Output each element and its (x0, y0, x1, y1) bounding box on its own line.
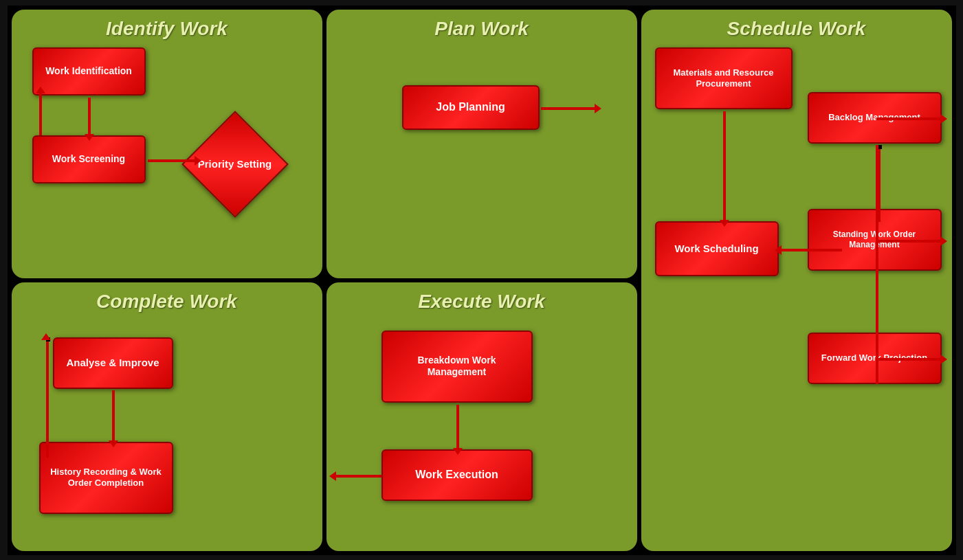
schedule-work-title: Schedule Work (650, 18, 944, 40)
materials-procurement-box[interactable]: Materials and Resource Procurement (655, 47, 793, 109)
arrow-materials-to-scheduling (723, 111, 726, 221)
work-identification-box[interactable]: Work Identification (32, 47, 146, 96)
arrow-feedback-up (39, 92, 42, 135)
arrow-connector-to-backlog (876, 117, 942, 120)
work-screening-box[interactable]: Work Screening (32, 135, 146, 183)
arrow-connector-to-forward (876, 358, 942, 361)
arrow-id-to-screening (88, 98, 91, 135)
arrow-analyse-to-history (112, 390, 115, 442)
section-complete-work: Complete Work Analyse & Improve History … (12, 282, 322, 551)
arrow-screening-to-priority (148, 159, 196, 162)
identify-work-title: Identify Work (20, 18, 314, 40)
work-execution-box[interactable]: Work Execution (381, 449, 533, 501)
arrow-execution-to-history (335, 475, 381, 478)
section-schedule-work: Schedule Work Materials and Resource Pro… (641, 10, 952, 551)
section-execute-work: Execute Work Breakdown Work Management W… (326, 282, 637, 551)
arrow-breakdown-to-execution (456, 405, 459, 449)
breakdown-work-box[interactable]: Breakdown Work Management (381, 331, 533, 403)
arrow-connector-to-standing (876, 240, 942, 243)
section-plan-work: Plan Work Job Planning (326, 10, 637, 278)
work-scheduling-box[interactable]: Work Scheduling (655, 221, 779, 276)
complete-work-title: Complete Work (20, 291, 314, 313)
analyse-improve-box[interactable]: Analyse & Improve (53, 337, 173, 389)
history-recording-box[interactable]: History Recording & Work Order Completio… (39, 442, 173, 514)
right-connector-line (876, 145, 878, 384)
arrow-planning-to-materials (541, 107, 596, 110)
line-analyse-feedback (46, 337, 49, 458)
execute-work-title: Execute Work (335, 291, 629, 313)
diagram-container: Identify Work Work Identification Work S… (8, 5, 956, 555)
priority-setting-container: Priority Setting (194, 123, 276, 205)
section-identify-work: Identify Work Work Identification Work S… (12, 10, 322, 278)
job-planning-box[interactable]: Job Planning (402, 85, 540, 130)
arrow-up-pointer (41, 333, 51, 340)
priority-setting-text: Priority Setting (198, 158, 272, 170)
arrow-right-to-scheduling (780, 249, 842, 251)
plan-work-title: Plan Work (335, 18, 629, 40)
